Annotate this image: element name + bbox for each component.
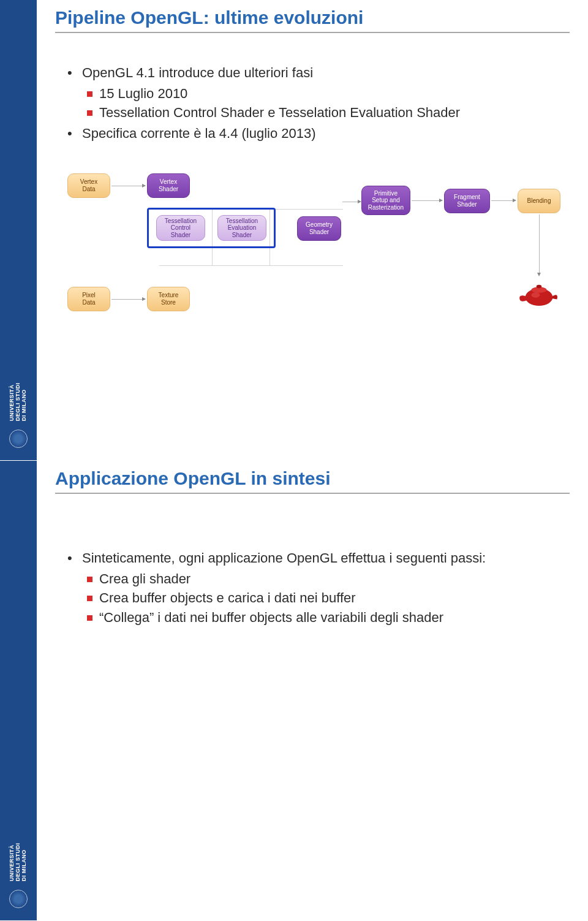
slide-1-content: Pipeline OpenGL: ultime evoluzioni OpenG… — [49, 0, 576, 460]
sub-bullet-text: “Collega” i dati nei buffer objects alle… — [99, 610, 443, 625]
arrow-icon — [342, 202, 361, 202]
arrow-icon — [111, 299, 145, 300]
bullet-text: Sinteticamente, ogni applicazione OpenGL… — [82, 550, 486, 566]
sub-bullet: “Collega” i dati nei buffer objects alle… — [82, 608, 564, 627]
sidebar: UNIVERSITÀ DEGLI STUDI DI MILANO — [0, 461, 37, 920]
slide-1: UNIVERSITÀ DEGLI STUDI DI MILANO Pipelin… — [0, 0, 588, 460]
bullet: Specifica corrente è la 4.4 (luglio 2013… — [67, 124, 564, 143]
bullet: Sinteticamente, ogni applicazione OpenGL… — [67, 549, 564, 627]
sidebar: UNIVERSITÀ DEGLI STUDI DI MILANO — [0, 0, 37, 460]
slide-2: UNIVERSITÀ DEGLI STUDI DI MILANO Applica… — [0, 460, 588, 920]
university-seal-icon — [9, 430, 28, 448]
sub-bullet: Crea buffer objects e carica i dati nei … — [82, 589, 564, 607]
slide-2-content: Applicazione OpenGL in sintesi Sintetica… — [49, 461, 576, 920]
uni-line2: DEGLI STUDI — [15, 843, 21, 882]
sub-bullet-text: Tessellation Control Shader e Tesselatio… — [99, 105, 460, 120]
uni-line3: DI MILANO — [21, 390, 27, 422]
pixel-data-box: PixelData — [67, 287, 110, 311]
teapot-icon — [518, 278, 560, 308]
pipeline-diagram: VertexData VertexShader PrimitiveSetup a… — [67, 167, 564, 327]
sub-bullet: Tessellation Control Shader e Tesselatio… — [82, 104, 564, 122]
blending-box: Blending — [518, 189, 560, 213]
primitive-setup-box: PrimitiveSetup andRasterization — [361, 186, 410, 215]
slide-1-title: Pipeline OpenGL: ultime evoluzioni — [55, 0, 570, 33]
sub-bullet-text: Crea buffer objects e carica i dati nei … — [99, 590, 356, 605]
slide-2-title: Applicazione OpenGL in sintesi — [55, 461, 570, 494]
uni-line3: DI MILANO — [21, 850, 27, 882]
sub-bullet: Crea gli shader — [82, 570, 564, 588]
slide-2-body: Sinteticamente, ogni applicazione OpenGL… — [49, 494, 576, 642]
grid-line — [159, 265, 343, 266]
geometry-shader-box: GeometryShader — [297, 216, 341, 241]
sub-bullet-text: 15 Luglio 2010 — [99, 86, 187, 101]
svg-point-3 — [531, 292, 540, 297]
vertex-data-box: VertexData — [67, 173, 110, 198]
texture-store-box: TextureStore — [147, 287, 190, 311]
university-label: UNIVERSITÀ DEGLI STUDI DI MILANO — [9, 843, 28, 882]
university-label: UNIVERSITÀ DEGLI STUDI DI MILANO — [9, 383, 28, 422]
svg-point-2 — [537, 284, 541, 288]
tess-eval-box: TessellationEvaluationShader — [217, 215, 266, 241]
arrow-icon — [539, 214, 540, 276]
arrow-icon — [111, 186, 145, 186]
uni-line1: UNIVERSITÀ — [9, 385, 15, 422]
university-seal-icon — [9, 890, 28, 908]
uni-line1: UNIVERSITÀ — [9, 845, 15, 882]
bullet-text: OpenGL 4.1 introduce due ulteriori fasi — [82, 65, 313, 80]
slide-1-body: OpenGL 4.1 introduce due ulteriori fasi … — [49, 33, 576, 339]
vertex-shader-box: VertexShader — [147, 173, 190, 198]
bullet: OpenGL 4.1 introduce due ulteriori fasi … — [67, 64, 564, 122]
sub-bullet-text: Crea gli shader — [99, 571, 190, 586]
fragment-shader-box: FragmentShader — [444, 189, 490, 213]
sub-bullet: 15 Luglio 2010 — [82, 85, 564, 103]
uni-line2: DEGLI STUDI — [15, 383, 21, 422]
arrow-icon — [491, 200, 516, 201]
tess-control-box: TessellationControlShader — [156, 215, 205, 241]
arrow-icon — [412, 200, 442, 201]
bullet-text: Specifica corrente è la 4.4 (luglio 2013… — [82, 126, 316, 141]
